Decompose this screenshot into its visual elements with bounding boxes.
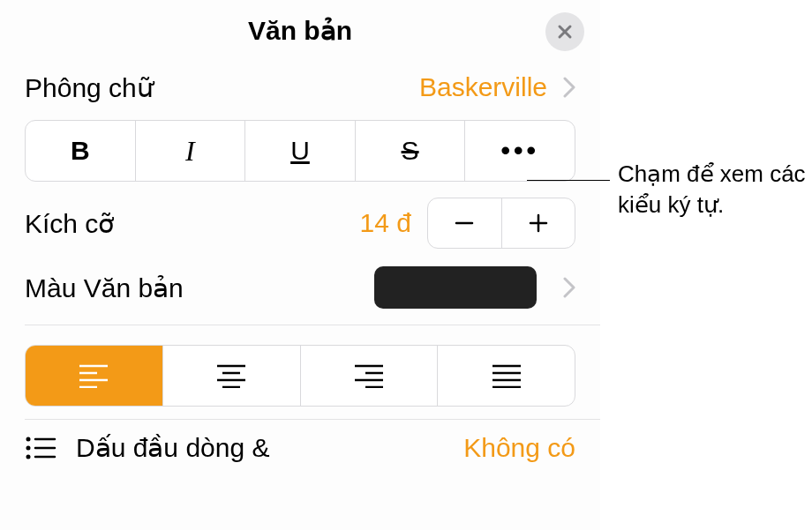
size-row: Kích cỡ 14 đ [0, 194, 600, 261]
text-format-panel: Văn bản Phông chữ Baskerville B I U S ••… [0, 0, 600, 530]
panel-header: Văn bản [0, 0, 600, 60]
chevron-right-icon[interactable] [563, 277, 575, 298]
align-center-button[interactable] [163, 346, 301, 406]
align-left-button[interactable] [26, 346, 163, 406]
callout-leader-line [527, 180, 610, 181]
align-justify-icon [491, 363, 523, 388]
bullets-value: Không có [463, 433, 575, 463]
bullets-icon [25, 435, 56, 461]
svg-point-25 [26, 454, 31, 459]
alignment-segment [25, 345, 575, 407]
close-icon [556, 23, 574, 41]
align-justify-button[interactable] [438, 346, 575, 406]
align-right-icon [353, 363, 385, 388]
size-stepper [427, 198, 575, 249]
chevron-right-icon [563, 77, 575, 98]
size-decrease-button[interactable] [428, 198, 502, 248]
font-value: Baskerville [419, 72, 547, 102]
align-left-icon [78, 363, 109, 388]
svg-point-23 [26, 445, 31, 450]
align-right-button[interactable] [301, 346, 439, 406]
text-color-swatch[interactable] [374, 266, 537, 309]
minus-icon [453, 212, 476, 235]
text-color-row: Màu Văn bản [0, 261, 600, 325]
size-value: 14 đ [360, 208, 411, 238]
close-button[interactable] [545, 12, 584, 51]
bullets-row[interactable]: Dấu đầu dòng & Không có [0, 420, 600, 463]
callout-text: Chạm để xem các kiểu ký tự. [618, 159, 807, 220]
font-row[interactable]: Phông chữ Baskerville [0, 60, 600, 115]
text-style-segment: B I U S ••• [25, 120, 575, 182]
italic-button[interactable]: I [136, 121, 246, 181]
align-center-icon [215, 363, 247, 388]
panel-title: Văn bản [248, 15, 352, 46]
more-styles-button[interactable]: ••• [465, 121, 575, 181]
bold-button[interactable]: B [26, 121, 136, 181]
strikethrough-button[interactable]: S [356, 121, 466, 181]
bullets-label: Dấu đầu dòng & [76, 432, 269, 463]
size-increase-button[interactable] [502, 198, 575, 248]
font-label: Phông chữ [25, 72, 154, 103]
underline-button[interactable]: U [245, 121, 356, 181]
size-label: Kích cỡ [25, 208, 114, 239]
divider [25, 325, 600, 325]
text-color-label: Màu Văn bản [25, 272, 184, 303]
svg-point-21 [26, 437, 31, 441]
plus-icon [527, 212, 550, 235]
